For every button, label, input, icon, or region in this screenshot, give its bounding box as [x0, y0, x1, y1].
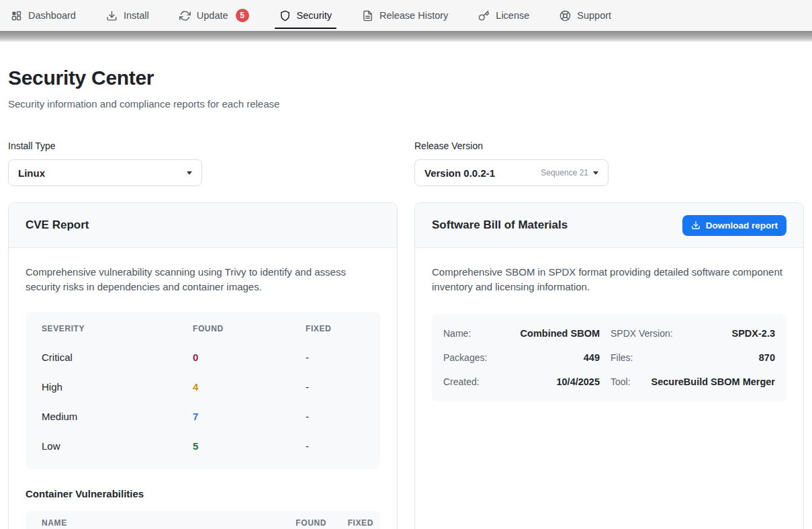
- nav-item-label: Support: [577, 10, 611, 21]
- release-version-label: Release Version: [414, 140, 804, 151]
- dashboard-grid-icon: [11, 10, 22, 22]
- fixed-column-header: FIXED: [326, 518, 373, 528]
- nav-item-label: License: [496, 10, 529, 21]
- sbom-detail-value: SecureBuild SBOM Merger: [651, 376, 775, 387]
- severity-found-count: 5: [193, 440, 306, 452]
- severity-fixed-count: -: [306, 352, 364, 363]
- nav-item-label: Update: [197, 10, 228, 21]
- release-version-value: Version 0.0.2-1: [424, 167, 495, 179]
- sbom-detail-value: SPDX-2.3: [732, 328, 775, 339]
- severity-table-header: SEVERITY FOUND FIXED: [26, 315, 380, 343]
- sbom-header: Software Bill of Materials Download repo…: [415, 203, 803, 248]
- found-column-header: FOUND: [193, 324, 306, 333]
- sbom-details-table: Name: Combined SBOM SPDX Version: SPDX-2…: [432, 314, 786, 401]
- sbom-description: Comprehensive SBOM in SPDX format provid…: [432, 265, 786, 294]
- install-type-filter: Install Type Linux: [8, 140, 398, 186]
- sbom-card: Software Bill of Materials Download repo…: [414, 202, 804, 529]
- nav-item-update[interactable]: Update 5: [175, 0, 254, 31]
- release-sequence-text: Sequence 21: [541, 168, 588, 177]
- table-row: Name: Combined SBOM SPDX Version: SPDX-2…: [443, 321, 775, 345]
- table-row: Low 5 -: [26, 432, 380, 461]
- nav-item-license[interactable]: License: [473, 0, 534, 31]
- nav-item-dashboard[interactable]: Dashboard: [6, 0, 81, 31]
- found-column-header: FOUND: [273, 518, 326, 528]
- key-icon: [478, 10, 490, 22]
- cve-report-title: CVE Report: [26, 218, 89, 232]
- lifebuoy-icon: [559, 10, 571, 22]
- shield-icon: [279, 10, 291, 22]
- table-row: Critical 0 -: [26, 343, 380, 372]
- sbom-detail-value: 870: [759, 352, 775, 363]
- release-version-filter: Release Version Version 0.0.2-1 Sequence…: [414, 140, 804, 186]
- sbom-detail-label: Packages:: [443, 352, 487, 363]
- download-report-label: Download report: [706, 220, 778, 231]
- cve-report-description: Comprehensive vulnerability scanning usi…: [26, 265, 380, 294]
- severity-name: Critical: [42, 352, 193, 363]
- sbom-detail-value: 10/4/2025: [556, 376, 600, 387]
- severity-name: High: [42, 381, 193, 393]
- nav-item-label: Security: [297, 10, 332, 21]
- table-row: Packages: 449 Files: 870: [443, 345, 775, 370]
- install-type-select[interactable]: Linux: [8, 159, 202, 186]
- install-type-label: Install Type: [8, 140, 398, 151]
- update-count-badge: 5: [236, 9, 249, 22]
- sbom-title: Software Bill of Materials: [432, 218, 568, 232]
- nav-item-label: Dashboard: [28, 10, 76, 21]
- severity-found-count: 4: [193, 381, 306, 393]
- fixed-column-header: FIXED: [306, 324, 364, 333]
- sbom-detail-value: 449: [584, 352, 600, 363]
- download-icon: [691, 220, 701, 230]
- page-title: Security Center: [8, 67, 804, 89]
- release-version-select[interactable]: Version 0.0.2-1 Sequence 21: [414, 159, 608, 186]
- download-icon: [106, 10, 118, 22]
- sbom-detail-label: Tool:: [611, 376, 631, 387]
- severity-found-count: 7: [193, 411, 306, 422]
- table-row: Medium 7 -: [26, 402, 380, 432]
- nav-item-label: Install: [124, 10, 149, 21]
- severity-table: SEVERITY FOUND FIXED Critical 0 - High 4…: [26, 312, 380, 469]
- filters-row: Install Type Linux Release Version Versi…: [8, 140, 804, 186]
- chevron-down-icon: [187, 171, 192, 175]
- nav-item-install[interactable]: Install: [101, 0, 154, 31]
- nav-item-support[interactable]: Support: [555, 0, 616, 31]
- cve-report-card: CVE Report Comprehensive vulnerability s…: [8, 202, 398, 529]
- sbom-detail-label: Created:: [443, 376, 480, 387]
- install-type-value: Linux: [18, 167, 45, 179]
- top-nav: Dashboard Install Update 5 S: [0, 0, 812, 31]
- container-vulnerabilities-table-header: NAME FOUND FIXED: [26, 511, 380, 529]
- severity-fixed-count: -: [306, 440, 364, 452]
- download-report-button[interactable]: Download report: [682, 215, 786, 236]
- sbom-detail-value: Combined SBOM: [521, 328, 600, 339]
- chevron-down-icon: [593, 171, 598, 175]
- security-center-page: Security Center Security information and…: [0, 67, 812, 529]
- sbom-detail-label: SPDX Version:: [611, 328, 673, 339]
- table-row: High 4 -: [26, 372, 380, 402]
- nav-item-label: Release History: [379, 10, 448, 21]
- severity-name: Medium: [42, 411, 193, 422]
- name-column-header: NAME: [42, 518, 273, 528]
- scroll-shadow: [0, 31, 812, 42]
- container-vulnerabilities-title: Container Vulnerabilities: [26, 488, 380, 499]
- cve-report-header: CVE Report: [9, 203, 397, 248]
- sbom-detail-label: Name:: [443, 328, 471, 339]
- page-subtitle: Security information and compliance repo…: [8, 98, 804, 110]
- report-cards: CVE Report Comprehensive vulnerability s…: [8, 202, 804, 529]
- severity-found-count: 0: [193, 352, 306, 363]
- severity-name: Low: [42, 440, 193, 452]
- document-icon: [362, 10, 373, 22]
- severity-fixed-count: -: [306, 381, 364, 393]
- table-row: Created: 10/4/2025 Tool: SecureBuild SBO…: [443, 370, 775, 394]
- severity-column-header: SEVERITY: [42, 324, 193, 333]
- nav-item-release-history[interactable]: Release History: [357, 0, 453, 31]
- nav-item-security[interactable]: Security: [275, 0, 336, 31]
- refresh-icon: [179, 10, 191, 22]
- sbom-detail-label: Files:: [611, 352, 633, 363]
- severity-fixed-count: -: [306, 411, 364, 422]
